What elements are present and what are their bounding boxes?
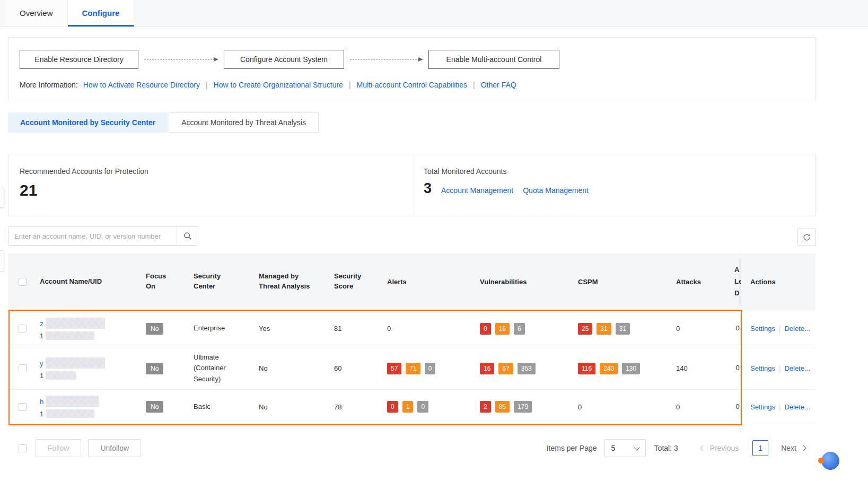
link-create-organizational-structure[interactable]: How to Create Organizational Structure bbox=[214, 81, 343, 89]
cell-vulnerabilities: 2 85 179 bbox=[480, 401, 578, 413]
settings-link[interactable]: Settings bbox=[750, 364, 775, 372]
settings-link[interactable]: Settings bbox=[750, 403, 775, 411]
actions-divider: | bbox=[779, 325, 781, 333]
tab-configure[interactable]: Configure bbox=[68, 0, 135, 27]
cell-security-center: Basic bbox=[194, 401, 259, 412]
side-panel-handle[interactable] bbox=[0, 250, 4, 272]
quota-management-link[interactable]: Quota Management bbox=[523, 186, 589, 196]
medium-count-badge[interactable]: 16 bbox=[495, 323, 510, 335]
tab-monitored-by-threat-analysis[interactable]: Account Monitored by Threat Analysis bbox=[169, 112, 319, 133]
cell-focus-on: No bbox=[146, 363, 194, 374]
cell-attacks: 0 bbox=[676, 403, 734, 411]
focus-status-badge: No bbox=[146, 401, 163, 413]
row-checkbox[interactable] bbox=[19, 403, 27, 411]
previous-page-button[interactable]: Previous bbox=[696, 444, 739, 452]
column-header-managed-by-threat-analysis: Managed by Threat Analysis bbox=[259, 272, 334, 292]
row-checkbox[interactable] bbox=[19, 325, 27, 333]
high-count-badge[interactable]: 25 bbox=[578, 323, 592, 335]
step-configure-account-system[interactable]: Configure Account System bbox=[224, 50, 344, 69]
delete-link[interactable]: Delete... bbox=[784, 403, 810, 411]
low-count-badge[interactable]: 6 bbox=[514, 323, 525, 335]
side-panel-handle[interactable] bbox=[0, 187, 4, 208]
blurred-account-name bbox=[46, 396, 99, 407]
link-multi-account-control-capabilities[interactable]: Multi-account Control Capabilities bbox=[357, 81, 468, 89]
table-row: y 1 No Ultimate (Container Security) No … bbox=[8, 347, 816, 390]
page-size-select[interactable]: 5 bbox=[604, 439, 646, 457]
tab-monitored-by-security-center[interactable]: Account Monitored by Security Center bbox=[8, 112, 168, 133]
refresh-button[interactable] bbox=[797, 229, 816, 246]
cell-managed-by-threat-analysis: No bbox=[259, 364, 334, 372]
assistant-ball-icon[interactable] bbox=[821, 452, 839, 470]
cell-account: h 1 bbox=[40, 396, 146, 418]
settings-link[interactable]: Settings bbox=[750, 325, 775, 333]
page-tab-bar: Overview Configure bbox=[0, 0, 868, 27]
high-count-badge[interactable]: 2 bbox=[480, 401, 491, 413]
blurred-account-uid bbox=[46, 371, 76, 380]
account-name-link[interactable]: h bbox=[40, 396, 138, 407]
low-count-badge[interactable]: 31 bbox=[616, 323, 630, 335]
low-count-badge[interactable]: 130 bbox=[622, 363, 640, 374]
high-count-badge[interactable]: 16 bbox=[480, 363, 494, 374]
focus-status-badge: No bbox=[146, 323, 163, 335]
link-other-faq[interactable]: Other FAQ bbox=[481, 81, 516, 89]
medium-count-badge[interactable]: 240 bbox=[600, 363, 618, 374]
column-header-cspm: CSPM bbox=[578, 278, 676, 286]
column-header-alerts: Alerts bbox=[387, 278, 480, 286]
low-count-badge[interactable]: 0 bbox=[417, 401, 428, 413]
step-enable-resource-directory[interactable]: Enable Resource Directory bbox=[20, 50, 138, 69]
tab-overview[interactable]: Overview bbox=[5, 0, 68, 27]
high-count-badge[interactable]: 116 bbox=[578, 363, 595, 374]
account-name-link[interactable]: y bbox=[40, 357, 138, 369]
cell-vulnerabilities: 16 67 353 bbox=[480, 363, 578, 374]
chevron-left-icon bbox=[700, 445, 706, 451]
high-count-badge[interactable]: 0 bbox=[480, 323, 491, 335]
cell-attacks: 0 bbox=[676, 325, 734, 333]
monitor-tab-bar: Account Monitored by Security Center Acc… bbox=[8, 112, 319, 133]
more-information-label: More Information: bbox=[20, 81, 78, 89]
column-header-account: Account Name/UID bbox=[40, 277, 146, 287]
page-number-button[interactable]: 1 bbox=[752, 440, 768, 456]
search-button[interactable] bbox=[177, 227, 198, 245]
cell-account: z 1 bbox=[40, 318, 146, 340]
account-management-link[interactable]: Account Management bbox=[441, 186, 513, 196]
high-count-badge[interactable]: 0 bbox=[387, 401, 398, 413]
total-monitored-label: Total Monitored Accounts bbox=[424, 167, 589, 176]
stats-divider bbox=[415, 154, 415, 216]
blurred-account-uid bbox=[46, 331, 94, 340]
medium-count-badge[interactable]: 71 bbox=[406, 363, 420, 374]
low-count-badge[interactable]: 179 bbox=[514, 401, 532, 413]
cell-security-score: 60 bbox=[334, 364, 387, 372]
blurred-account-uid bbox=[46, 409, 94, 418]
cell-cspm: 0 bbox=[578, 403, 676, 411]
cell-managed-by-threat-analysis: No bbox=[259, 403, 334, 411]
next-page-button[interactable]: Next bbox=[781, 444, 810, 452]
low-count-badge[interactable]: 353 bbox=[518, 363, 536, 374]
cell-focus-on: No bbox=[146, 323, 194, 335]
cell-clipped: 0 bbox=[734, 322, 741, 334]
low-count-badge[interactable]: 0 bbox=[425, 363, 436, 374]
medium-count-badge[interactable]: 1 bbox=[402, 401, 414, 413]
unfollow-button[interactable]: Unfollow bbox=[88, 439, 141, 457]
select-all-checkbox[interactable] bbox=[19, 278, 27, 286]
link-activate-resource-directory[interactable]: How to Activate Resource Directory bbox=[83, 81, 200, 89]
delete-link[interactable]: Delete... bbox=[784, 325, 810, 333]
delete-link[interactable]: Delete... bbox=[784, 364, 810, 372]
medium-count-badge[interactable]: 31 bbox=[597, 323, 611, 335]
medium-count-badge[interactable]: 85 bbox=[495, 401, 510, 413]
cell-actions: Settings | Delete... bbox=[741, 347, 816, 389]
blurred-account-name bbox=[46, 357, 105, 369]
cell-alerts: 57 71 0 bbox=[387, 363, 480, 374]
high-count-badge[interactable]: 57 bbox=[387, 363, 401, 374]
follow-button[interactable]: Follow bbox=[36, 439, 81, 457]
search-icon bbox=[183, 232, 192, 240]
column-header-clipped: A Le D bbox=[734, 264, 741, 299]
footer-select-all-checkbox[interactable] bbox=[19, 444, 27, 452]
cell-alerts: 0 1 0 bbox=[387, 401, 480, 413]
actions-divider: | bbox=[779, 364, 781, 372]
setup-flow-card: Enable Resource Directory Configure Acco… bbox=[8, 37, 816, 100]
row-checkbox[interactable] bbox=[19, 364, 27, 372]
account-name-link[interactable]: z bbox=[40, 318, 138, 329]
step-enable-multi-account-control[interactable]: Enable Multi-account Control bbox=[428, 50, 559, 69]
medium-count-badge[interactable]: 67 bbox=[498, 363, 513, 374]
search-input[interactable] bbox=[8, 227, 177, 245]
